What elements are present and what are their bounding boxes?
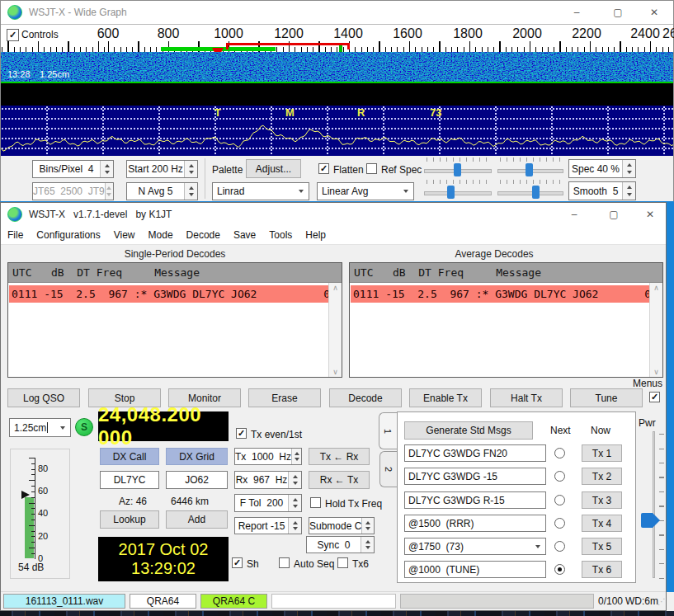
n-avg-spinner[interactable]: N Avg 5 (126, 182, 198, 200)
slider-handle[interactable] (532, 186, 540, 199)
rx-freq-spinner[interactable]: Rx 967 Hz (234, 471, 302, 489)
spinner-arrows-icon[interactable] (361, 537, 374, 553)
tx1-next-radio[interactable] (554, 448, 565, 458)
pwr-slider-handle[interactable] (641, 513, 653, 528)
decode-button[interactable]: Decode (329, 388, 402, 407)
start-hz-spinner[interactable]: Start 200 Hz (126, 160, 198, 178)
tx3-now-button[interactable]: Tx 3 (582, 491, 622, 509)
tx2-next-radio[interactable] (554, 471, 565, 482)
spinner-arrows-icon[interactable] (622, 160, 635, 177)
dx-call-header[interactable]: DX Call (100, 448, 159, 465)
menus-checkbox[interactable] (649, 392, 660, 402)
tab-1[interactable]: 1 (379, 412, 397, 449)
tx4-now-button[interactable]: Tx 4 (582, 515, 622, 532)
generate-std-msgs-button[interactable]: Generate Std Msgs (404, 421, 533, 440)
menu-help[interactable]: Help (299, 229, 332, 241)
spectrum-panel[interactable]: T M R 73 (1, 106, 673, 156)
tx5-message-combo[interactable]: @1750 (73) (404, 538, 546, 555)
add-button[interactable]: Add (166, 510, 228, 529)
tx-from-rx-button[interactable]: Tx ← Rx (309, 448, 370, 465)
scroll-up-icon[interactable]: ∧ (653, 283, 659, 293)
spinner-arrows-icon[interactable] (291, 449, 301, 464)
spec-percent-spinner[interactable]: Spec 40 % (568, 159, 636, 178)
tx5-next-radio[interactable] (554, 541, 565, 552)
bins-pixel-spinner[interactable]: Bins/Pixel 4 (32, 160, 114, 178)
menu-tools[interactable]: Tools (262, 229, 299, 241)
tx6-message-field[interactable]: @1000 (TUNE) (404, 561, 546, 578)
maximize-icon[interactable]: ▢ (606, 3, 630, 21)
tx3-message-field[interactable]: DL7YC G3WDG R-15 (404, 491, 546, 509)
spinner-arrows-icon[interactable] (184, 161, 197, 177)
decode-scrollbar[interactable]: ∧ ∨ (328, 283, 342, 377)
tx-even-checkbox[interactable] (236, 428, 247, 439)
tx2-message-field[interactable]: DL7YC G3WDG -15 (404, 468, 546, 485)
spinner-arrows-icon[interactable] (361, 518, 374, 534)
scroll-up-icon[interactable]: ∧ (332, 283, 338, 293)
menu-configurations[interactable]: Configurations (30, 229, 106, 241)
spinner-arrows-icon[interactable] (184, 183, 197, 200)
menu-file[interactable]: File (1, 229, 30, 241)
controls-checkbox[interactable] (7, 29, 19, 41)
slider-handle[interactable] (447, 186, 455, 199)
tab-2[interactable]: 2 (379, 451, 397, 487)
wide-graph-titlebar[interactable]: WSJT-X - Wide Graph – ▢ ✕ (1, 1, 673, 24)
close-icon[interactable]: ✕ (642, 3, 667, 21)
flatten-checkbox[interactable] (318, 163, 329, 174)
tx6-now-button[interactable]: Tx 6 (582, 561, 622, 578)
waterfall[interactable]: 13:28 1.25cm (1, 52, 673, 82)
resize-grip-icon[interactable]: ⋰ (658, 597, 666, 606)
decode-scrollbar[interactable]: ∧ ∨ (649, 283, 662, 377)
scroll-down-icon[interactable]: ∨ (653, 367, 659, 377)
spinner-arrows-icon[interactable] (288, 472, 301, 488)
single-period-decodes-panel[interactable]: UTC dB DT Freq Message 0111 -15 2.5 967 … (7, 262, 342, 378)
tx1-message-field[interactable]: DL7YC G3WDG FN20 (404, 444, 546, 462)
tx-band-bracket[interactable] (226, 43, 350, 49)
tx2-now-button[interactable]: Tx 2 (582, 468, 622, 485)
pwr-slider-track[interactable] (653, 431, 655, 578)
jt65-jt9-spinner[interactable]: JT65 2500 JT9 (32, 182, 114, 200)
tx5-now-button[interactable]: Tx 5 (582, 538, 622, 555)
dx-call-input[interactable]: DL7YC (100, 471, 159, 489)
close-icon[interactable]: ✕ (638, 205, 662, 223)
auto-seq-checkbox[interactable] (279, 557, 290, 568)
log-qso-button[interactable]: Log QSO (7, 388, 80, 407)
average-decodes-panel[interactable]: UTC dB DT Freq Message 0111 -15 2.5 967 … (349, 262, 663, 378)
spectrum-gain-slider[interactable] (424, 185, 492, 200)
hold-tx-freq-checkbox[interactable] (310, 497, 321, 508)
report-spinner[interactable]: Report -15 (234, 517, 302, 534)
decode-row[interactable]: 0111 -15 2.5 967 :* G3WDG DL7YC JO62 0 (9, 285, 332, 303)
f-tol-spinner[interactable]: F Tol 200 (234, 494, 302, 512)
ref-spec-checkbox[interactable] (366, 163, 377, 174)
tx-freq-spinner[interactable]: Tx 1000 Hz (234, 448, 302, 465)
avg-mode-combo[interactable]: Linear Avg (317, 182, 414, 200)
minimize-icon[interactable]: – (562, 205, 587, 223)
waterfall-zero-slider[interactable] (497, 162, 563, 177)
maximize-icon[interactable]: ▢ (601, 205, 626, 223)
spinner-arrows-icon[interactable] (100, 161, 113, 177)
spectrum-zero-slider[interactable] (497, 185, 563, 200)
dx-grid-input[interactable]: JO62 (166, 471, 228, 489)
decode-row[interactable]: 0111 -15 2.5 967 :* G3WDG DL7YC JO62 0 (351, 285, 653, 303)
tx6-next-radio[interactable] (554, 564, 565, 575)
palette-combo[interactable]: Linrad (212, 182, 309, 200)
sync-spinner[interactable]: Sync 0 (306, 536, 375, 553)
erase-button[interactable]: Erase (248, 388, 321, 407)
tx4-next-radio[interactable] (554, 518, 565, 529)
slider-handle[interactable] (454, 163, 461, 176)
rx-from-tx-button[interactable]: Rx ← Tx (309, 471, 370, 489)
tx1-now-button[interactable]: Tx 1 (582, 444, 622, 462)
scroll-down-icon[interactable]: ∨ (332, 367, 338, 377)
halt-tx-button[interactable]: Halt Tx (490, 388, 563, 407)
dx-grid-header[interactable]: DX Grid (166, 448, 228, 465)
slider-handle[interactable] (526, 163, 533, 176)
menu-view[interactable]: View (107, 229, 142, 241)
tune-button[interactable]: Tune (570, 388, 643, 407)
band-combo[interactable]: 1.25cm (9, 418, 71, 437)
tx4-message-field[interactable]: @1500 (RRR) (404, 515, 546, 532)
wide-graph-plot[interactable]: Controls 600 800 1000 1200 1400 1600 180… (1, 24, 673, 156)
menu-decode[interactable]: Decode (180, 229, 227, 241)
menu-save[interactable]: Save (227, 229, 262, 241)
spinner-arrows-icon[interactable] (622, 182, 635, 200)
waterfall-gain-slider[interactable] (424, 162, 492, 177)
tx3-next-radio[interactable] (554, 495, 565, 505)
